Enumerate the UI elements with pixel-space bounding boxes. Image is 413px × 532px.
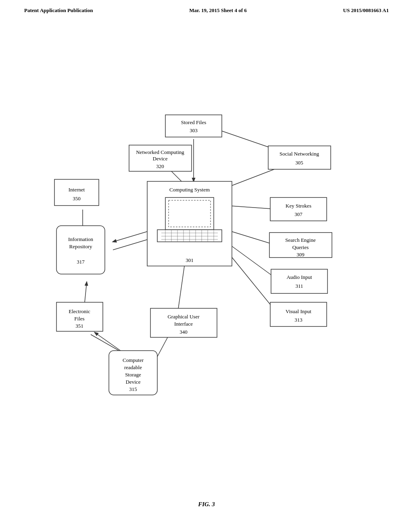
visual-input-node: Visual Input 313 <box>270 302 327 326</box>
svg-rect-29 <box>270 197 327 221</box>
svg-text:readable: readable <box>124 364 142 370</box>
search-engine-node: Search Engine Queries 309 <box>269 233 332 258</box>
computing-system-node: Computing System 301 <box>147 181 232 266</box>
svg-text:Graphical User: Graphical User <box>167 314 200 320</box>
page-header: Patent Application Publication Mar. 19, … <box>0 0 413 14</box>
svg-text:303: 303 <box>190 127 198 133</box>
svg-text:309: 309 <box>296 251 305 258</box>
svg-text:Computer: Computer <box>123 357 144 363</box>
svg-text:Electronic: Electronic <box>69 308 90 314</box>
svg-rect-16 <box>165 115 222 137</box>
diagram-svg: Stored Files 303 Networked Computing Dev… <box>20 52 395 435</box>
information-repository-node: Information Repository 317 <box>56 226 105 274</box>
svg-rect-23 <box>268 146 331 169</box>
figure-caption: FIG. 3 <box>198 501 215 508</box>
svg-text:Internet: Internet <box>69 187 85 193</box>
svg-rect-54 <box>56 226 105 274</box>
svg-text:Networked Computing: Networked Computing <box>136 149 184 155</box>
header-center: Mar. 19, 2015 Sheet 4 of 6 <box>189 7 247 14</box>
header-right: US 2015/0081663 A1 <box>343 7 389 14</box>
audio-input-node: Audio Input 311 <box>271 269 327 293</box>
svg-text:351: 351 <box>75 323 83 329</box>
svg-text:315: 315 <box>129 386 137 392</box>
svg-text:311: 311 <box>295 283 303 289</box>
svg-text:Search Engine: Search Engine <box>285 237 316 243</box>
svg-text:Interface: Interface <box>174 321 193 327</box>
svg-text:Repository: Repository <box>69 243 92 249</box>
svg-text:Files: Files <box>74 316 84 322</box>
svg-text:Queries: Queries <box>292 244 309 250</box>
stored-files-node: Stored Files 303 <box>165 115 222 137</box>
graphical-user-interface-node: Graphical User Interface 340 <box>150 308 217 337</box>
svg-rect-58 <box>271 269 327 293</box>
social-networking-node: Social Networking 305 <box>268 146 331 169</box>
svg-text:Computing System: Computing System <box>169 187 210 193</box>
svg-text:320: 320 <box>156 163 164 169</box>
svg-text:301: 301 <box>186 257 194 263</box>
svg-text:Key Strokes: Key Strokes <box>286 203 311 209</box>
svg-line-13 <box>177 258 186 314</box>
internet-node: Internet 350 <box>54 179 99 206</box>
electronic-files-node: Electronic Files 351 <box>56 302 103 331</box>
svg-text:Visual Input: Visual Input <box>286 308 311 314</box>
svg-text:307: 307 <box>294 211 302 217</box>
svg-rect-65 <box>270 302 327 326</box>
svg-text:Social Networking: Social Networking <box>280 151 319 157</box>
svg-text:350: 350 <box>73 195 81 202</box>
key-strokes-node: Key Strokes 307 <box>270 197 327 221</box>
svg-text:313: 313 <box>294 317 302 323</box>
header-left: Patent Application Publication <box>24 7 93 14</box>
svg-rect-35 <box>169 200 211 227</box>
networked-computing-node: Networked Computing Device 320 <box>129 145 192 171</box>
computer-readable-node: Computer readable Storage Device 315 <box>109 351 157 395</box>
svg-text:305: 305 <box>295 160 303 166</box>
svg-text:Storage: Storage <box>125 372 141 378</box>
svg-text:Device: Device <box>126 379 141 385</box>
svg-text:Device: Device <box>153 156 168 162</box>
svg-line-10 <box>85 282 87 302</box>
svg-text:317: 317 <box>77 259 85 265</box>
svg-text:Stored Files: Stored Files <box>181 119 206 125</box>
svg-text:Audio Input: Audio Input <box>286 274 312 280</box>
svg-text:Information: Information <box>68 236 94 242</box>
svg-text:340: 340 <box>179 329 188 335</box>
